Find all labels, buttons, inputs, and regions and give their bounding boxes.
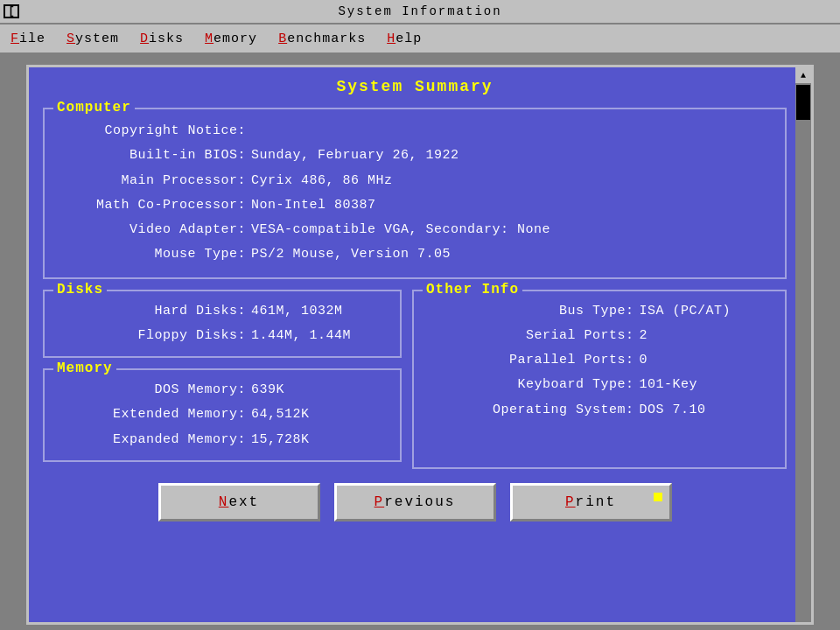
table-row: DOS Memory: 639K: [57, 379, 388, 402]
math-processor-value: Non-Intel 80387: [251, 194, 773, 217]
bus-type-value: ISA (PC/AT): [639, 300, 773, 323]
bios-copyright-label: Copyright Notice:: [57, 120, 249, 143]
parallel-ports-value: 0: [639, 349, 773, 372]
other-info-section: Other Info Bus Type: ISA (PC/AT) Serial …: [412, 290, 787, 469]
scroll-up[interactable]: ▲: [795, 67, 811, 83]
os-label: Operating System:: [426, 399, 637, 422]
expanded-memory-label: Expanded Memory:: [57, 429, 249, 452]
video-label: Video Adapter:: [57, 219, 249, 242]
table-row: Built-in BIOS: Sunday, February 26, 1922: [57, 144, 773, 167]
serial-ports-value: 2: [639, 325, 773, 347]
table-row: Bus Type: ISA (PC/AT): [426, 300, 773, 323]
menu-bar: File System Disks Memory Benchmarks Help: [0, 24, 840, 52]
menu-benchmarks[interactable]: Benchmarks: [275, 30, 369, 48]
bios-copyright-value: [251, 120, 773, 143]
bios-label: Built-in BIOS:: [57, 144, 249, 167]
title-bar: [ System Information: [0, 0, 840, 24]
processor-value: Cyrix 486, 86 MHz: [251, 170, 773, 192]
floppy-disks-value: 1.44M, 1.44M: [251, 325, 388, 347]
keyboard-type-label: Keyboard Type:: [426, 374, 637, 396]
table-row: Operating System: DOS 7.10: [426, 399, 773, 422]
menu-help[interactable]: Help: [383, 30, 425, 48]
math-processor-label: Math Co-Processor:: [57, 194, 249, 217]
table-row: Expanded Memory: 15,728K: [57, 429, 388, 452]
dos-memory-label: DOS Memory:: [57, 379, 249, 402]
print-indicator: [654, 493, 662, 501]
processor-label: Main Processor:: [57, 170, 249, 192]
table-row: Hard Disks: 461M, 1032M: [57, 300, 388, 323]
table-row: Mouse Type: PS/2 Mouse, Version 7.05: [57, 243, 773, 266]
os-value: DOS 7.10: [639, 399, 773, 422]
parallel-ports-label: Parallel Ports:: [426, 349, 637, 372]
menu-system[interactable]: System: [63, 30, 122, 48]
table-row: Video Adapter: VESA-compatible VGA, Seco…: [57, 219, 773, 242]
button-row: Next Previous Print: [43, 483, 787, 522]
section-title: System Summary: [43, 78, 787, 95]
print-button[interactable]: Print: [510, 483, 672, 522]
bus-type-label: Bus Type:: [426, 300, 637, 323]
dos-memory-value: 639K: [251, 379, 388, 402]
other-info-label: Other Info: [423, 282, 522, 298]
two-column-section: Disks Hard Disks: 461M, 1032M Floppy Dis…: [43, 290, 787, 472]
table-row: Extended Memory: 64,512K: [57, 403, 388, 426]
computer-section: Computer Copyright Notice: Built-in BIOS…: [43, 108, 787, 279]
memory-section: Memory DOS Memory: 639K Extended Memory:…: [43, 368, 402, 462]
window-title: System Information: [338, 4, 501, 18]
mouse-label: Mouse Type:: [57, 243, 249, 266]
floppy-disks-label: Floppy Disks:: [57, 325, 249, 347]
menu-disks[interactable]: Disks: [136, 30, 187, 48]
next-button[interactable]: Next: [158, 483, 320, 522]
expanded-memory-value: 15,728K: [251, 429, 388, 452]
menu-file[interactable]: File: [7, 30, 49, 48]
disks-section: Disks Hard Disks: 461M, 1032M Floppy Dis…: [43, 290, 402, 359]
extended-memory-value: 64,512K: [251, 403, 388, 426]
keyboard-type-value: 101-Key: [639, 374, 773, 396]
mouse-value: PS/2 Mouse, Version 7.05: [251, 243, 773, 266]
table-row: Copyright Notice:: [57, 120, 773, 143]
disks-table: Hard Disks: 461M, 1032M Floppy Disks: 1.…: [55, 298, 389, 350]
table-row: Serial Ports: 2: [426, 325, 773, 347]
scrollbar[interactable]: ▲: [795, 67, 811, 622]
hard-disks-value: 461M, 1032M: [251, 300, 388, 323]
computer-label: Computer: [53, 100, 135, 116]
other-info-table: Bus Type: ISA (PC/AT) Serial Ports: 2 Pa…: [424, 298, 774, 424]
left-column: Disks Hard Disks: 461M, 1032M Floppy Dis…: [43, 290, 402, 472]
main-area: ▲ System Summary Computer Copyright Noti…: [0, 52, 840, 630]
table-row: Floppy Disks: 1.44M, 1.44M: [57, 325, 388, 347]
table-row: Math Co-Processor: Non-Intel 80387: [57, 194, 773, 217]
memory-label: Memory: [53, 360, 116, 376]
disks-label: Disks: [53, 282, 107, 298]
previous-button[interactable]: Previous: [334, 483, 496, 522]
extended-memory-label: Extended Memory:: [57, 403, 249, 426]
bios-value: Sunday, February 26, 1922: [251, 144, 773, 167]
memory-table: DOS Memory: 639K Extended Memory: 64,512…: [55, 377, 389, 453]
serial-ports-label: Serial Ports:: [426, 325, 637, 347]
table-row: Parallel Ports: 0: [426, 349, 773, 372]
scroll-thumb[interactable]: [796, 85, 810, 120]
table-row: Main Processor: Cyrix 486, 86 MHz: [57, 170, 773, 192]
hard-disks-label: Hard Disks:: [57, 300, 249, 323]
system-menu-icon[interactable]: [: [4, 4, 19, 18]
table-row: Keyboard Type: 101-Key: [426, 374, 773, 396]
system-menu-box[interactable]: [: [4, 0, 19, 24]
window-content: System Summary Computer Copyright Notice…: [29, 67, 811, 622]
right-column: Other Info Bus Type: ISA (PC/AT) Serial …: [412, 290, 787, 472]
computer-table: Copyright Notice: Built-in BIOS: Sunday,…: [55, 118, 774, 269]
menu-memory[interactable]: Memory: [201, 30, 261, 48]
video-value: VESA-compatible VGA, Secondary: None: [251, 219, 773, 242]
system-info-window: ▲ System Summary Computer Copyright Noti…: [26, 65, 814, 625]
